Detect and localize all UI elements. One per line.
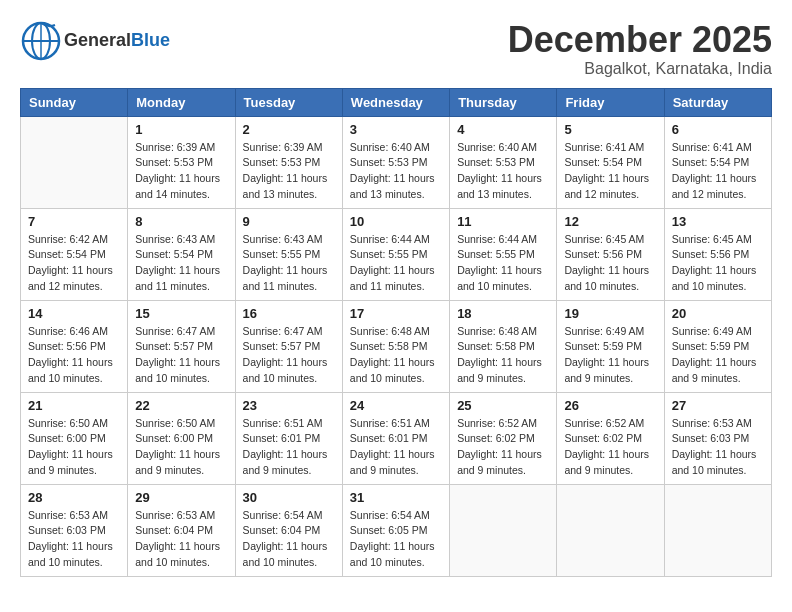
day-number: 21: [28, 398, 120, 413]
header-friday: Friday: [557, 88, 664, 116]
calendar-cell: 2Sunrise: 6:39 AMSunset: 5:53 PMDaylight…: [235, 116, 342, 208]
calendar-cell: 7Sunrise: 6:42 AMSunset: 5:54 PMDaylight…: [21, 208, 128, 300]
calendar-cell: 19Sunrise: 6:49 AMSunset: 5:59 PMDayligh…: [557, 300, 664, 392]
calendar-cell: 28Sunrise: 6:53 AMSunset: 6:03 PMDayligh…: [21, 484, 128, 576]
day-info: Sunrise: 6:50 AMSunset: 6:00 PMDaylight:…: [135, 416, 227, 479]
calendar-cell: 30Sunrise: 6:54 AMSunset: 6:04 PMDayligh…: [235, 484, 342, 576]
day-number: 2: [243, 122, 335, 137]
day-info: Sunrise: 6:51 AMSunset: 6:01 PMDaylight:…: [350, 416, 442, 479]
day-info: Sunrise: 6:53 AMSunset: 6:04 PMDaylight:…: [135, 508, 227, 571]
calendar-cell: 17Sunrise: 6:48 AMSunset: 5:58 PMDayligh…: [342, 300, 449, 392]
day-info: Sunrise: 6:48 AMSunset: 5:58 PMDaylight:…: [350, 324, 442, 387]
day-number: 7: [28, 214, 120, 229]
calendar-cell: 21Sunrise: 6:50 AMSunset: 6:00 PMDayligh…: [21, 392, 128, 484]
calendar-cell: 24Sunrise: 6:51 AMSunset: 6:01 PMDayligh…: [342, 392, 449, 484]
logo: GeneralBlue: [20, 20, 170, 62]
calendar-week-2: 7Sunrise: 6:42 AMSunset: 5:54 PMDaylight…: [21, 208, 772, 300]
day-number: 16: [243, 306, 335, 321]
day-info: Sunrise: 6:44 AMSunset: 5:55 PMDaylight:…: [457, 232, 549, 295]
day-number: 31: [350, 490, 442, 505]
day-info: Sunrise: 6:43 AMSunset: 5:55 PMDaylight:…: [243, 232, 335, 295]
day-info: Sunrise: 6:52 AMSunset: 6:02 PMDaylight:…: [564, 416, 656, 479]
day-info: Sunrise: 6:53 AMSunset: 6:03 PMDaylight:…: [28, 508, 120, 571]
header-wednesday: Wednesday: [342, 88, 449, 116]
day-info: Sunrise: 6:49 AMSunset: 5:59 PMDaylight:…: [672, 324, 764, 387]
day-number: 19: [564, 306, 656, 321]
month-title: December 2025: [508, 20, 772, 60]
day-info: Sunrise: 6:49 AMSunset: 5:59 PMDaylight:…: [564, 324, 656, 387]
day-number: 25: [457, 398, 549, 413]
calendar-cell: 4Sunrise: 6:40 AMSunset: 5:53 PMDaylight…: [450, 116, 557, 208]
day-info: Sunrise: 6:40 AMSunset: 5:53 PMDaylight:…: [350, 140, 442, 203]
calendar-cell: [557, 484, 664, 576]
calendar-cell: 9Sunrise: 6:43 AMSunset: 5:55 PMDaylight…: [235, 208, 342, 300]
day-info: Sunrise: 6:54 AMSunset: 6:04 PMDaylight:…: [243, 508, 335, 571]
day-number: 1: [135, 122, 227, 137]
day-info: Sunrise: 6:51 AMSunset: 6:01 PMDaylight:…: [243, 416, 335, 479]
day-number: 9: [243, 214, 335, 229]
title-section: December 2025 Bagalkot, Karnataka, India: [508, 20, 772, 78]
day-info: Sunrise: 6:41 AMSunset: 5:54 PMDaylight:…: [564, 140, 656, 203]
day-number: 23: [243, 398, 335, 413]
calendar-cell: 31Sunrise: 6:54 AMSunset: 6:05 PMDayligh…: [342, 484, 449, 576]
day-info: Sunrise: 6:50 AMSunset: 6:00 PMDaylight:…: [28, 416, 120, 479]
calendar-cell: 1Sunrise: 6:39 AMSunset: 5:53 PMDaylight…: [128, 116, 235, 208]
day-info: Sunrise: 6:42 AMSunset: 5:54 PMDaylight:…: [28, 232, 120, 295]
calendar-cell: 6Sunrise: 6:41 AMSunset: 5:54 PMDaylight…: [664, 116, 771, 208]
day-number: 8: [135, 214, 227, 229]
day-info: Sunrise: 6:53 AMSunset: 6:03 PMDaylight:…: [672, 416, 764, 479]
day-info: Sunrise: 6:48 AMSunset: 5:58 PMDaylight:…: [457, 324, 549, 387]
day-number: 27: [672, 398, 764, 413]
day-info: Sunrise: 6:54 AMSunset: 6:05 PMDaylight:…: [350, 508, 442, 571]
day-number: 4: [457, 122, 549, 137]
header-monday: Monday: [128, 88, 235, 116]
day-info: Sunrise: 6:45 AMSunset: 5:56 PMDaylight:…: [672, 232, 764, 295]
header-sunday: Sunday: [21, 88, 128, 116]
calendar-cell: 29Sunrise: 6:53 AMSunset: 6:04 PMDayligh…: [128, 484, 235, 576]
day-info: Sunrise: 6:47 AMSunset: 5:57 PMDaylight:…: [243, 324, 335, 387]
day-info: Sunrise: 6:44 AMSunset: 5:55 PMDaylight:…: [350, 232, 442, 295]
calendar-week-1: 1Sunrise: 6:39 AMSunset: 5:53 PMDaylight…: [21, 116, 772, 208]
calendar-cell: 5Sunrise: 6:41 AMSunset: 5:54 PMDaylight…: [557, 116, 664, 208]
day-info: Sunrise: 6:39 AMSunset: 5:53 PMDaylight:…: [243, 140, 335, 203]
day-info: Sunrise: 6:43 AMSunset: 5:54 PMDaylight:…: [135, 232, 227, 295]
calendar-cell: [21, 116, 128, 208]
calendar-cell: 14Sunrise: 6:46 AMSunset: 5:56 PMDayligh…: [21, 300, 128, 392]
header-saturday: Saturday: [664, 88, 771, 116]
calendar-cell: 12Sunrise: 6:45 AMSunset: 5:56 PMDayligh…: [557, 208, 664, 300]
calendar-cell: 10Sunrise: 6:44 AMSunset: 5:55 PMDayligh…: [342, 208, 449, 300]
day-number: 26: [564, 398, 656, 413]
logo-blue: Blue: [131, 30, 170, 50]
calendar-cell: 25Sunrise: 6:52 AMSunset: 6:02 PMDayligh…: [450, 392, 557, 484]
day-number: 18: [457, 306, 549, 321]
day-number: 24: [350, 398, 442, 413]
day-number: 11: [457, 214, 549, 229]
day-info: Sunrise: 6:41 AMSunset: 5:54 PMDaylight:…: [672, 140, 764, 203]
calendar-cell: 13Sunrise: 6:45 AMSunset: 5:56 PMDayligh…: [664, 208, 771, 300]
header-thursday: Thursday: [450, 88, 557, 116]
day-number: 28: [28, 490, 120, 505]
day-info: Sunrise: 6:40 AMSunset: 5:53 PMDaylight:…: [457, 140, 549, 203]
calendar-cell: 16Sunrise: 6:47 AMSunset: 5:57 PMDayligh…: [235, 300, 342, 392]
day-number: 14: [28, 306, 120, 321]
day-number: 17: [350, 306, 442, 321]
calendar-cell: 18Sunrise: 6:48 AMSunset: 5:58 PMDayligh…: [450, 300, 557, 392]
day-number: 22: [135, 398, 227, 413]
day-number: 10: [350, 214, 442, 229]
calendar-cell: 27Sunrise: 6:53 AMSunset: 6:03 PMDayligh…: [664, 392, 771, 484]
calendar-week-4: 21Sunrise: 6:50 AMSunset: 6:00 PMDayligh…: [21, 392, 772, 484]
day-number: 12: [564, 214, 656, 229]
logo-general: General: [64, 30, 131, 50]
day-number: 5: [564, 122, 656, 137]
day-info: Sunrise: 6:46 AMSunset: 5:56 PMDaylight:…: [28, 324, 120, 387]
calendar-header-row: SundayMondayTuesdayWednesdayThursdayFrid…: [21, 88, 772, 116]
day-number: 6: [672, 122, 764, 137]
day-info: Sunrise: 6:39 AMSunset: 5:53 PMDaylight:…: [135, 140, 227, 203]
day-info: Sunrise: 6:45 AMSunset: 5:56 PMDaylight:…: [564, 232, 656, 295]
calendar-cell: 22Sunrise: 6:50 AMSunset: 6:00 PMDayligh…: [128, 392, 235, 484]
calendar-week-3: 14Sunrise: 6:46 AMSunset: 5:56 PMDayligh…: [21, 300, 772, 392]
calendar-cell: 23Sunrise: 6:51 AMSunset: 6:01 PMDayligh…: [235, 392, 342, 484]
calendar-cell: 15Sunrise: 6:47 AMSunset: 5:57 PMDayligh…: [128, 300, 235, 392]
day-number: 29: [135, 490, 227, 505]
calendar-cell: [450, 484, 557, 576]
